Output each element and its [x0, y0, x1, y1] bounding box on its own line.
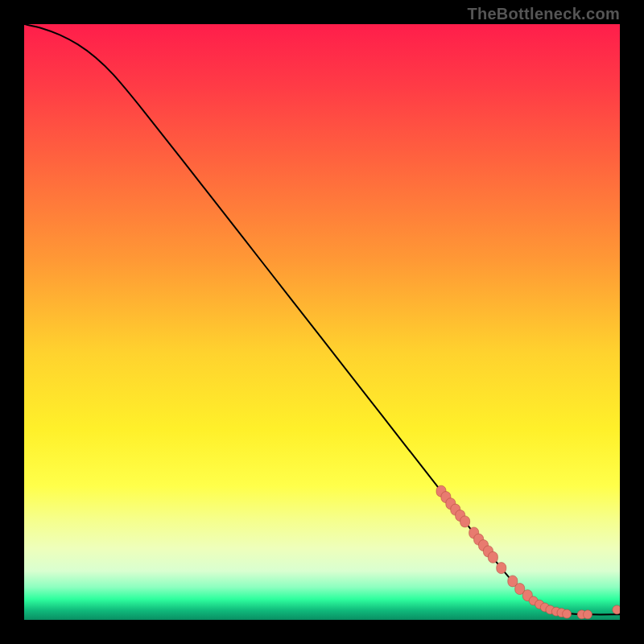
gradient-rect: [24, 24, 620, 620]
gradient-background: [24, 24, 620, 620]
plot-area: [24, 24, 620, 620]
watermark-text: TheBottleneck.com: [467, 5, 620, 23]
chart-frame: TheBottleneck.com: [0, 0, 644, 644]
